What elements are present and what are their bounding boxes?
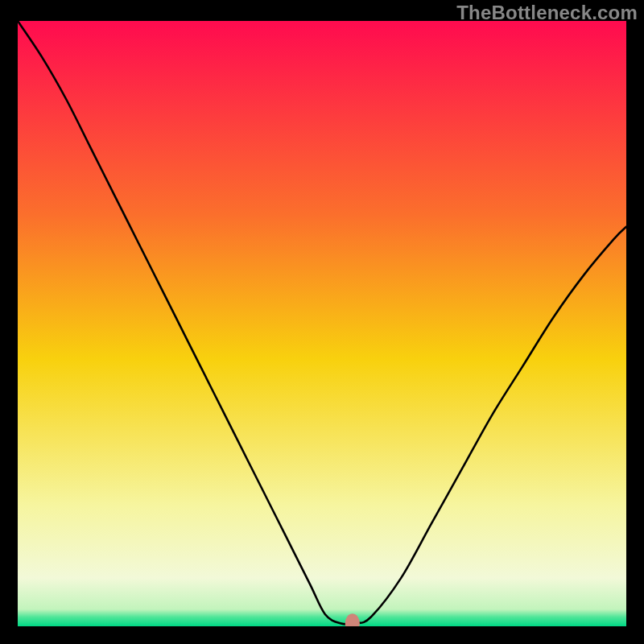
chart-frame: TheBottleneck.com bbox=[0, 0, 644, 644]
plot-area bbox=[18, 21, 626, 626]
chart-svg bbox=[18, 21, 626, 626]
gradient-background bbox=[18, 21, 626, 626]
